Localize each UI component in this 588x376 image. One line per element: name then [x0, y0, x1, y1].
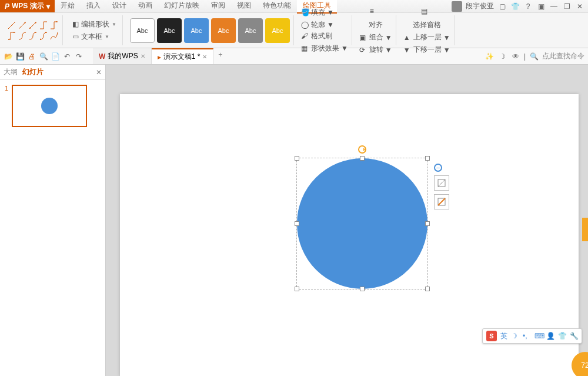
line-tool-7[interactable] [18, 31, 27, 41]
shape-selection-box[interactable] [296, 158, 428, 290]
doc-tab-close-icon[interactable]: ✕ [141, 53, 145, 59]
doc-tab-home-label: 我的WPS [108, 51, 138, 61]
ime-moon-icon[interactable]: ☽ [511, 332, 519, 340]
line-tool-8[interactable] [28, 31, 38, 41]
side-tab-outline[interactable]: 大纲 [4, 67, 18, 77]
search-icon[interactable]: 🔍 [529, 52, 539, 61]
right-side-handle[interactable] [582, 218, 588, 241]
format-painter-button[interactable]: 🖌格式刷 [301, 31, 348, 41]
shape-style-4[interactable]: Abc [211, 18, 236, 43]
group-dropdown[interactable]: ▣组合▼ [359, 32, 392, 42]
app-logo[interactable]: P WPS 演示 ▾ [0, 0, 55, 12]
print-preview-icon[interactable]: 🔍 [39, 52, 48, 61]
select-pane-icon: ▤ [421, 7, 433, 19]
menu-tab-view[interactable]: 视图 [231, 0, 257, 14]
doc-tab-close-icon[interactable]: ✕ [202, 54, 207, 60]
select-pane-button[interactable]: ▤ 选择窗格 [403, 6, 450, 31]
circle-shape[interactable] [297, 158, 427, 289]
resize-handle-tl[interactable] [295, 156, 299, 161]
shape-outline-tool-icon[interactable] [434, 194, 449, 209]
resize-handle-bl[interactable] [295, 287, 299, 291]
menu-tab-start[interactable]: 开始 [55, 0, 81, 14]
feedback-icon[interactable]: ▣ [536, 2, 546, 11]
ime-punct-icon[interactable]: •, [523, 332, 531, 340]
shape-effect-dropdown[interactable]: ▦形状效果▼ [301, 44, 348, 54]
skin-icon[interactable]: ▢ [497, 2, 507, 11]
ime-keyboard-icon[interactable]: ⌨ [534, 332, 543, 340]
outline-dropdown[interactable]: ◯轮廓▼ [301, 20, 348, 30]
search-hint[interactable]: 点此查找命令 [542, 51, 584, 61]
save-icon[interactable]: 💾 [15, 52, 25, 61]
outline-icon: ◯ [301, 21, 309, 29]
line-tool-3[interactable] [28, 21, 38, 30]
line-tool-6[interactable] [7, 31, 16, 41]
open-icon[interactable]: 📂 [4, 52, 13, 61]
moon-icon[interactable]: ☽ [498, 52, 507, 61]
edit-shape-dropdown[interactable]: ◧ 编辑形状 ▼ [70, 19, 119, 30]
window-restore-icon[interactable]: ❐ [562, 2, 572, 11]
ime-lang[interactable]: 英 [500, 331, 507, 341]
line-tool-1[interactable] [7, 21, 16, 30]
shape-style-gallery[interactable]: Abc Abc Abc Abc Abc Abc [130, 18, 290, 43]
ime-settings-icon[interactable]: 🔧 [570, 332, 578, 340]
resize-handle-br[interactable] [425, 287, 430, 291]
thumbnail-circle-shape [41, 98, 58, 114]
shape-style-2[interactable]: Abc [157, 18, 182, 43]
resize-handle-r[interactable] [425, 221, 430, 226]
line-tool-2[interactable] [18, 21, 27, 30]
slide-thumbnail-preview[interactable] [12, 85, 87, 127]
user-avatar[interactable] [452, 1, 462, 12]
menu-tab-animation[interactable]: 动画 [132, 0, 158, 14]
line-tool-10[interactable] [49, 31, 59, 41]
undo-icon[interactable]: ↶ [62, 52, 72, 61]
print-icon[interactable]: 🖨 [27, 52, 36, 61]
doc-tab-home[interactable]: W 我的WPS ✕ [93, 48, 152, 64]
bring-forward-dropdown[interactable]: ▲上移一层▼ [403, 32, 450, 42]
shape-style-3[interactable]: Abc [184, 18, 209, 43]
align-icon: ≡ [370, 7, 382, 19]
doc-tab-presentation[interactable]: ▸ 演示文稿1 * ✕ [152, 48, 214, 64]
eye-icon[interactable]: 👁 [511, 52, 520, 61]
line-tool-9[interactable] [39, 31, 48, 41]
shape-fill-tool-icon[interactable] [434, 175, 449, 191]
menu-tab-slideshow[interactable]: 幻灯片放映 [158, 0, 205, 14]
sogou-logo-icon[interactable]: S [486, 331, 497, 341]
fill-dropdown[interactable]: 🪣填充▼ [301, 8, 348, 18]
window-minimize-icon[interactable]: — [549, 2, 559, 11]
slide-canvas[interactable]: – S 英 ☽ •, ⌨ 👤 👕 🔧 72 [106, 65, 588, 376]
shape-collapse-icon[interactable]: – [434, 164, 442, 172]
shape-style-6[interactable]: Abc [265, 18, 290, 43]
rotate-handle[interactable] [358, 145, 366, 154]
ime-toolbar[interactable]: S 英 ☽ •, ⌨ 👤 👕 🔧 [482, 328, 582, 344]
side-tab-slides[interactable]: 幻灯片 [22, 67, 44, 77]
help-icon[interactable]: ? [523, 2, 533, 11]
menu-tab-special[interactable]: 特色功能 [257, 0, 297, 14]
line-tool-4[interactable] [39, 21, 48, 30]
magic-icon[interactable]: ✨ [485, 52, 495, 61]
ime-skin-icon[interactable]: 👕 [558, 332, 566, 340]
resize-handle-tr[interactable] [425, 156, 430, 161]
align-dropdown[interactable]: ≡ 对齐 [359, 6, 392, 31]
ime-user-icon[interactable]: 👤 [546, 332, 554, 340]
text-box-dropdown[interactable]: ▭ 文本框 ▼ [70, 31, 119, 42]
side-panel-close-icon[interactable]: ✕ [96, 68, 102, 76]
menu-tab-design[interactable]: 设计 [106, 0, 132, 14]
slide-thumbnail-1[interactable]: 1 [5, 85, 101, 127]
resize-handle-b[interactable] [360, 287, 365, 291]
redo-icon[interactable]: ↷ [74, 52, 83, 61]
line-tool-5[interactable] [49, 21, 59, 30]
menu-tab-insert[interactable]: 插入 [81, 0, 106, 14]
send-backward-dropdown[interactable]: ▼下移一层▼ [403, 45, 450, 55]
window-close-icon[interactable]: ✕ [575, 2, 584, 11]
shape-style-5[interactable]: Abc [238, 18, 263, 43]
export-pdf-icon[interactable]: 📄 [51, 52, 60, 61]
add-tab-button[interactable]: + [213, 48, 227, 64]
menu-tab-review[interactable]: 审阅 [205, 0, 231, 14]
user-name[interactable]: 段宇俊亚 [466, 1, 494, 11]
shape-style-1[interactable]: Abc [130, 18, 155, 43]
resize-handle-l[interactable] [295, 221, 299, 226]
resize-handle-t[interactable] [360, 156, 365, 161]
tshirt-icon[interactable]: 👕 [510, 2, 520, 11]
rotate-dropdown[interactable]: ⟳旋转▼ [359, 45, 392, 55]
lines-gallery[interactable] [7, 21, 59, 41]
